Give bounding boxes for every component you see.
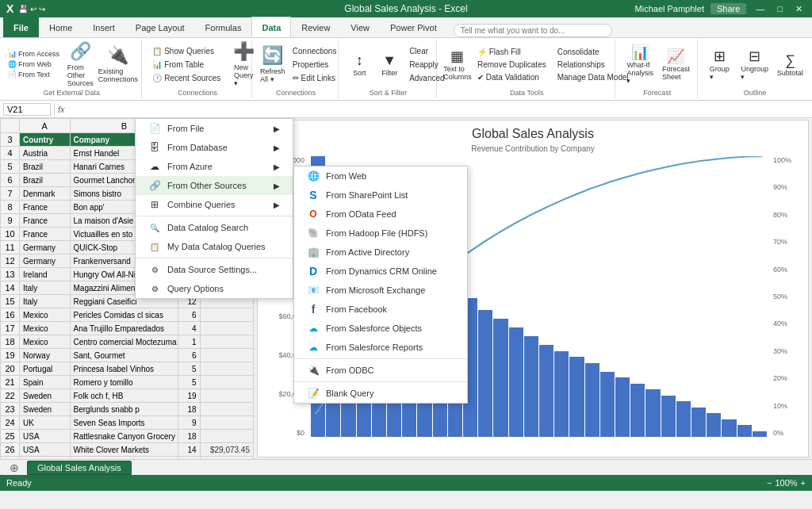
cell-company[interactable]: Romero y tomillo (70, 376, 178, 389)
cell-country[interactable]: Sweden (20, 389, 71, 403)
from-other-sources-button[interactable]: 🔗 From OtherSources (63, 41, 98, 87)
cell-company[interactable]: Centro comercial Moctezuma (70, 335, 178, 349)
cell-c4[interactable] (200, 308, 253, 322)
filter-button[interactable]: ▼ Filter (375, 41, 404, 87)
cell-c4[interactable] (200, 416, 253, 430)
cell-country[interactable]: Denmark (20, 187, 71, 201)
cell-country[interactable]: France (20, 228, 71, 241)
cell-country[interactable]: Germany (20, 241, 71, 254)
tab-power-pivot[interactable]: Power Pivot (380, 17, 447, 37)
cell-country[interactable]: Italy (20, 281, 71, 295)
cell-country[interactable]: USA (20, 457, 71, 460)
cell-c3[interactable]: 19 (178, 389, 200, 403)
sheet-tab-global-sales[interactable]: Global Sales Analysis (27, 461, 132, 475)
flash-fill-button[interactable]: ⚡ Flash Fill (473, 46, 550, 58)
cell-country[interactable]: Country (20, 133, 71, 147)
cell-c4[interactable] (200, 349, 253, 362)
cell-country[interactable]: Mexico (20, 322, 71, 335)
chart-bar[interactable] (509, 327, 523, 437)
cell-company[interactable]: Princesa Isabel Vinhos (70, 362, 178, 376)
cell-country[interactable]: USA (20, 430, 71, 443)
from-web-item[interactable]: 🌐 From Web (294, 166, 467, 186)
tab-formulas[interactable]: Formulas (195, 17, 252, 37)
cell-country[interactable]: Brazil (20, 174, 71, 187)
cell-country[interactable]: Portugal (20, 362, 71, 376)
cell-c3[interactable]: 14 (178, 443, 200, 457)
chart-bar[interactable] (691, 408, 706, 437)
subtotal-button[interactable]: ∑ Subtotal (775, 41, 806, 87)
chart-bar[interactable] (753, 431, 767, 437)
chart-bar[interactable] (722, 419, 736, 437)
existing-connections-button[interactable]: 🔌 ExistingConnections (99, 41, 136, 87)
edit-links-button[interactable]: ✏ Edit Links (289, 72, 341, 84)
what-if-button[interactable]: 📊 What-IfAnalysis ▾ (622, 41, 658, 87)
from-text-button[interactable]: 📄 From Text (6, 70, 61, 79)
cell-c3[interactable]: 6 (178, 349, 200, 362)
cell-country[interactable]: Norway (20, 349, 71, 362)
cell-company[interactable]: Sant, Gourmet (70, 349, 178, 362)
from-other-sources-item[interactable]: 🔗 From Other Sources ▶ (136, 176, 293, 195)
combine-queries-item[interactable]: ⊞ Combine Queries ▶ (136, 195, 293, 214)
from-dynamics-item[interactable]: D From Dynamics CRM Online (294, 262, 467, 281)
cell-c3[interactable]: 4 (178, 322, 200, 335)
tab-view[interactable]: View (340, 17, 380, 37)
cell-company[interactable]: White Clover Markets (70, 443, 178, 457)
chart-bar[interactable] (524, 336, 538, 437)
properties-button[interactable]: Properties (289, 59, 341, 71)
data-validation-button[interactable]: ✔ Data Validation (473, 71, 550, 83)
text-to-columns-button[interactable]: ▦ Text toColumns (443, 41, 472, 87)
remove-duplicates-button[interactable]: Remove Duplicates (473, 59, 550, 71)
tab-file[interactable]: File (3, 17, 39, 37)
from-exchange-item[interactable]: 📧 From Microsoft Exchange (294, 281, 467, 300)
from-odata-item[interactable]: O From OData Feed (294, 205, 467, 224)
table-row[interactable]: 25 USA Rattlesnake Canyon Grocery 18 (1, 430, 254, 443)
tab-data[interactable]: Data (251, 17, 291, 37)
cell-country[interactable]: Ireland (20, 268, 71, 281)
from-odbc-item[interactable]: 🔌 From ODBC (294, 361, 467, 380)
cell-country[interactable]: Italy (20, 295, 71, 308)
table-row[interactable]: 21 Spain Romero y tomillo 5 (1, 376, 254, 389)
cell-c3[interactable]: 9 (178, 416, 200, 430)
cell-c3[interactable] (178, 457, 200, 460)
from-salesforce-reports-item[interactable]: ☁ From Salesforce Reports (294, 338, 467, 357)
table-row[interactable]: 22 Sweden Folk och f, HB 19 (1, 389, 254, 403)
search-input[interactable] (454, 24, 612, 37)
cell-c3[interactable]: 18 (178, 430, 200, 443)
table-row[interactable]: 19 Norway Sant, Gourmet 6 (1, 349, 254, 362)
cell-c3[interactable]: 18 (178, 403, 200, 416)
from-facebook-item[interactable]: f From Facebook (294, 300, 467, 319)
cell-country[interactable]: Brazil (20, 160, 71, 174)
cell-c4[interactable] (200, 362, 253, 376)
maximize-button[interactable]: □ (774, 4, 786, 13)
col-header-a[interactable]: A (20, 119, 71, 133)
chart-bar[interactable] (539, 345, 553, 437)
share-button[interactable]: Share (710, 3, 746, 14)
add-sheet-button[interactable]: ⊕ (3, 460, 25, 476)
chart-bar[interactable] (569, 357, 584, 437)
cell-c4[interactable] (200, 389, 253, 403)
from-hadoop-item[interactable]: 🐘 From Hadoop File (HDFS) (294, 224, 467, 243)
cell-company[interactable]: Rattlesnake Canyon Grocery (70, 430, 178, 443)
chart-bar[interactable] (645, 389, 660, 437)
from-salesforce-objects-item[interactable]: ☁ From Salesforce Objects (294, 319, 467, 338)
table-row[interactable]: 24 UK Seven Seas Imports 9 (1, 416, 254, 430)
cell-company[interactable]: Berglunds snabb p (70, 403, 178, 416)
show-queries-button[interactable]: 📋 Show Queries (148, 45, 224, 57)
cell-c3[interactable]: 5 (178, 362, 200, 376)
cell-c4[interactable] (200, 335, 253, 349)
cell-country[interactable]: Mexico (20, 335, 71, 349)
chart-bar[interactable] (676, 401, 691, 437)
cell-company[interactable]: Folk och f, HB (70, 389, 178, 403)
blank-query-item[interactable]: 📝 Blank Query (294, 384, 467, 403)
zoom-in-button[interactable]: + (801, 478, 806, 488)
close-button[interactable]: ✕ (792, 4, 806, 14)
ungroup-button[interactable]: ⊟ Ungroup ▾ (737, 41, 773, 87)
table-row[interactable]: 18 Mexico Centro comercial Moctezuma 1 (1, 335, 254, 349)
table-row[interactable]: 23 Sweden Berglunds snabb p 18 (1, 403, 254, 416)
chart-bar[interactable] (478, 310, 492, 437)
cell-company[interactable]: Hungry Coyote Import Store (70, 457, 178, 460)
cell-country[interactable]: Mexico (20, 308, 71, 322)
chart-bar[interactable] (600, 372, 615, 437)
from-web-button[interactable]: 🌐 From Web (6, 59, 61, 69)
table-row[interactable]: 17 Mexico Ana Trujillo Emparedados 4 (1, 322, 254, 335)
